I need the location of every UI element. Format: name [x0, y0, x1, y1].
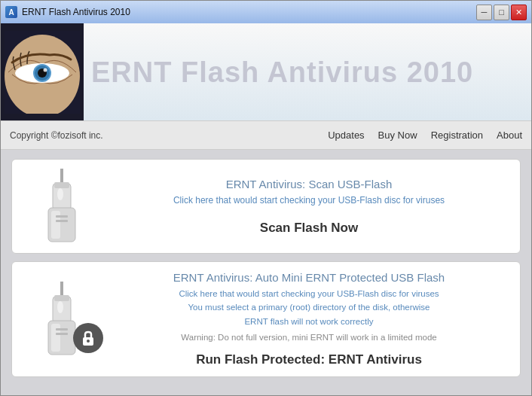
svg-rect-19	[51, 324, 60, 352]
header-banner: ERNT Flash Antivirus 2010	[1, 23, 531, 121]
auto-mini-warning: Warning: Do not full version, mini ERNT …	[181, 333, 436, 342]
svg-point-22	[57, 301, 63, 313]
eye-svg	[5, 31, 80, 114]
svg-rect-12	[56, 215, 68, 218]
svg-point-14	[57, 188, 63, 200]
svg-rect-21	[56, 333, 68, 335]
copyright-text: Copyright ©fozisoft inc.	[10, 130, 328, 141]
scan-flash-title: ERNT Antivirus: Scan USB-Flash	[226, 178, 393, 190]
nav-about[interactable]: About	[497, 129, 522, 141]
auto-mini-card[interactable]: ERNT Antivirus: Auto Mini ERNT Protected…	[11, 261, 521, 377]
scan-flash-body: ERNT Antivirus: Scan USB-Flash Click her…	[110, 178, 508, 236]
svg-point-24	[87, 340, 90, 343]
usb-flash-image-2	[24, 282, 99, 357]
navbar-links: Updates Buy Now Registration About	[328, 129, 522, 141]
nav-updates[interactable]: Updates	[328, 129, 364, 141]
auto-mini-body: ERNT Antivirus: Auto Mini ERNT Protected…	[110, 271, 508, 367]
main-content: ERNT Antivirus: Scan USB-Flash Click her…	[1, 150, 531, 395]
svg-rect-10	[54, 182, 69, 188]
maximize-button[interactable]: □	[494, 5, 509, 20]
auto-mini-action[interactable]: Run Flash Protected: ERNT Antivirus	[196, 352, 422, 367]
auto-mini-line1: Click here that would start checking you…	[179, 287, 439, 328]
svg-rect-20	[56, 328, 68, 331]
svg-rect-11	[51, 211, 60, 239]
nav-registration[interactable]: Registration	[431, 129, 483, 141]
minimize-button[interactable]: ─	[476, 5, 492, 20]
scan-flash-desc: Click here that would start checking you…	[173, 193, 445, 207]
title-bar-left: A ERNT Flash Antivirus 2010	[5, 6, 130, 18]
svg-rect-18	[54, 295, 69, 301]
nav-buy-now[interactable]: Buy Now	[378, 129, 417, 141]
usb-flash-image-1	[24, 169, 99, 244]
eye-graphic	[1, 23, 84, 121]
app-icon: A	[5, 6, 17, 18]
lock-icon	[73, 323, 103, 353]
svg-rect-13	[56, 220, 68, 222]
lock-svg	[79, 329, 97, 347]
app-title: ERNT Flash Antivirus 2010	[91, 56, 473, 88]
svg-point-6	[44, 69, 47, 72]
auto-mini-title: ERNT Antivirus: Auto Mini ERNT Protected…	[173, 271, 445, 284]
window-controls: ─ □ ✕	[476, 5, 527, 20]
navbar: Copyright ©fozisoft inc. Updates Buy Now…	[1, 121, 531, 150]
title-bar: A ERNT Flash Antivirus 2010 ─ □ ✕	[1, 1, 531, 23]
usb-svg-1	[32, 169, 92, 244]
scan-flash-card[interactable]: ERNT Antivirus: Scan USB-Flash Click her…	[11, 159, 521, 254]
main-window: A ERNT Flash Antivirus 2010 ─ □ ✕	[0, 0, 532, 396]
window-title: ERNT Flash Antivirus 2010	[22, 7, 130, 17]
close-button[interactable]: ✕	[511, 5, 527, 20]
scan-flash-action[interactable]: Scan Flash Now	[260, 221, 358, 236]
